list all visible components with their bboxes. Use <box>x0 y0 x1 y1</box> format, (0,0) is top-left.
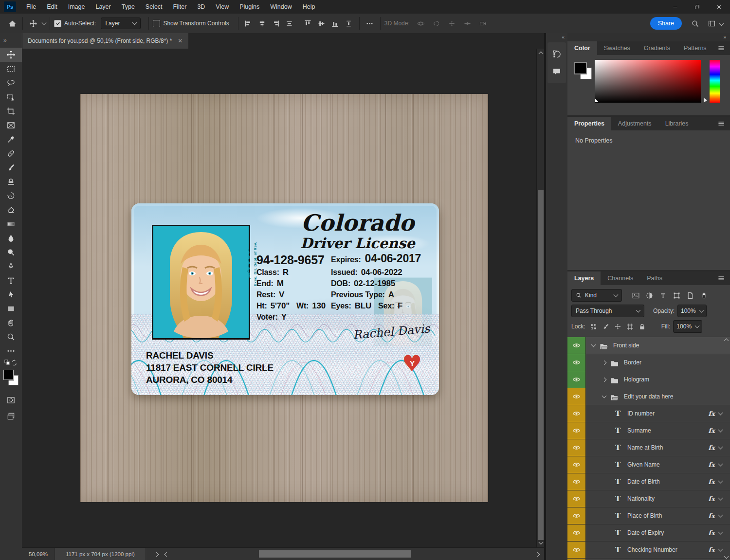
gradient-tool[interactable] <box>0 217 22 231</box>
fx-expand-icon[interactable] <box>718 462 723 467</box>
menu-layer[interactable]: Layer <box>90 0 116 14</box>
panel-foreground-swatch[interactable] <box>574 62 587 74</box>
fx-expand-icon[interactable] <box>718 411 723 415</box>
menu-view[interactable]: View <box>210 0 234 14</box>
history-panel-icon[interactable] <box>548 45 566 63</box>
visibility-eye-icon[interactable] <box>567 507 586 524</box>
lasso-tool[interactable] <box>0 76 22 90</box>
vertical-scroll-thumb[interactable] <box>538 190 544 540</box>
show-transform-toggle[interactable]: Show Transform Controls <box>153 20 229 27</box>
3d-roll-icon[interactable] <box>430 17 443 30</box>
layer-fx-badge[interactable]: fx <box>708 444 715 452</box>
hscroll-right-icon[interactable] <box>535 552 540 557</box>
pen-tool[interactable] <box>0 259 22 273</box>
show-transform-checkbox[interactable] <box>153 20 160 27</box>
swap-colors-icon[interactable] <box>11 360 18 366</box>
menu-plugins[interactable]: Plugins <box>234 0 265 14</box>
dodge-tool[interactable] <box>0 245 22 259</box>
color-tab-patterns[interactable]: Patterns <box>677 41 713 55</box>
layer-row-name-at-birth[interactable]: TName at Birthfx <box>567 439 730 456</box>
distribute-v-icon[interactable] <box>343 17 355 30</box>
properties-tab-adjustments[interactable]: Adjustments <box>611 117 658 130</box>
lock-artboard-icon[interactable] <box>625 322 636 331</box>
color-field[interactable] <box>595 60 701 103</box>
frame-tool[interactable] <box>0 118 22 132</box>
3d-pan-icon[interactable] <box>446 17 458 30</box>
canvas-horizontal-scrollbar[interactable] <box>172 548 531 560</box>
layer-fx-badge[interactable]: fx <box>708 495 715 503</box>
layers-menu-icon[interactable] <box>717 271 730 285</box>
color-tab-gradients[interactable]: Gradients <box>637 41 677 55</box>
share-button[interactable]: Share <box>650 17 682 30</box>
path-selection-tool[interactable] <box>0 288 22 302</box>
properties-tab-libraries[interactable]: Libraries <box>658 117 695 130</box>
layer-fx-badge[interactable]: fx <box>708 478 715 486</box>
lock-pixels-icon[interactable] <box>601 322 611 331</box>
foreground-color-swatch[interactable] <box>3 370 14 380</box>
brush-tool[interactable] <box>0 161 22 175</box>
align-center-h-icon[interactable] <box>256 17 269 30</box>
menu-file[interactable]: File <box>21 0 41 14</box>
layer-row-date-of-birth[interactable]: TDate of Birthfx <box>567 473 730 490</box>
toolbar-collapse-icon[interactable]: » <box>0 33 22 48</box>
layer-filter-kind-dropdown[interactable]: Kind <box>571 289 622 302</box>
more-options-icon[interactable] <box>364 17 376 30</box>
workspace-icon[interactable] <box>705 17 718 30</box>
hand-tool[interactable] <box>0 316 22 330</box>
group-caret-icon[interactable] <box>591 343 596 347</box>
3d-orbit-icon[interactable] <box>415 17 427 30</box>
align-top-icon[interactable] <box>302 17 314 30</box>
fx-expand-icon[interactable] <box>718 513 723 518</box>
layer-fx-badge[interactable]: fx <box>708 512 715 520</box>
visibility-eye-icon[interactable] <box>567 490 586 507</box>
visibility-eye-icon[interactable] <box>567 524 586 541</box>
layer-row-id-number[interactable]: TID numberfx <box>567 405 730 422</box>
menu-help[interactable]: Help <box>297 0 321 14</box>
quick-mask-icon[interactable] <box>0 393 22 407</box>
visibility-eye-icon[interactable] <box>567 473 586 490</box>
comments-panel-icon[interactable] <box>548 63 566 80</box>
screen-mode-icon[interactable] <box>0 409 22 423</box>
eraser-tool[interactable] <box>0 203 22 217</box>
object-selection-tool[interactable] <box>0 90 22 104</box>
restore-icon[interactable] <box>686 0 708 14</box>
close-icon[interactable] <box>708 0 730 14</box>
align-left-icon[interactable] <box>242 17 255 30</box>
status-expand-icon[interactable] <box>154 552 159 557</box>
color-menu-icon[interactable] <box>717 41 730 55</box>
layer-row-front-side[interactable]: Front side <box>567 337 730 354</box>
group-caret-icon[interactable] <box>602 394 607 398</box>
align-middle-v-icon[interactable] <box>315 17 328 30</box>
layer-fx-badge[interactable]: fx <box>708 546 715 554</box>
layer-row-hologram[interactable]: Hologram <box>567 371 730 388</box>
fx-expand-icon[interactable] <box>718 445 723 450</box>
align-right-icon[interactable] <box>270 17 282 30</box>
visibility-eye-icon[interactable] <box>567 456 586 473</box>
layer-fx-badge[interactable]: fx <box>708 410 715 417</box>
rectangular-marquee-tool[interactable] <box>0 62 22 76</box>
eyedropper-tool[interactable] <box>0 132 22 146</box>
home-icon[interactable] <box>6 17 18 30</box>
auto-select-target-dropdown[interactable]: Layer <box>101 18 141 29</box>
3d-slide-icon[interactable] <box>461 17 474 30</box>
layer-fx-badge[interactable]: fx <box>708 427 715 434</box>
search-icon[interactable] <box>689 17 701 30</box>
visibility-eye-icon[interactable] <box>567 405 586 422</box>
menu-window[interactable]: Window <box>265 0 297 14</box>
layer-row-surname[interactable]: TSurnamefx <box>567 422 730 439</box>
layer-row-nationality[interactable]: TNationalityfx <box>567 490 730 507</box>
crop-tool[interactable] <box>0 104 22 118</box>
color-tab-swatches[interactable]: Swatches <box>597 41 637 55</box>
visibility-eye-icon[interactable] <box>567 422 586 439</box>
layer-row-given-name[interactable]: TGiven Namefx <box>567 456 730 473</box>
properties-tab-properties[interactable]: Properties <box>567 117 611 130</box>
dock-collapse-icon[interactable]: « <box>546 33 567 41</box>
menu-edit[interactable]: Edit <box>41 0 63 14</box>
clone-stamp-tool[interactable] <box>0 175 22 189</box>
document-tab[interactable]: Documents for you.psd @ 50,1% (Front sid… <box>22 33 188 49</box>
filter-smart-object-icon[interactable] <box>684 290 696 301</box>
menu-image[interactable]: Image <box>63 0 91 14</box>
type-tool[interactable] <box>0 273 22 288</box>
lock-all-icon[interactable] <box>637 322 648 331</box>
blend-mode-dropdown[interactable]: Pass Through <box>571 305 644 317</box>
